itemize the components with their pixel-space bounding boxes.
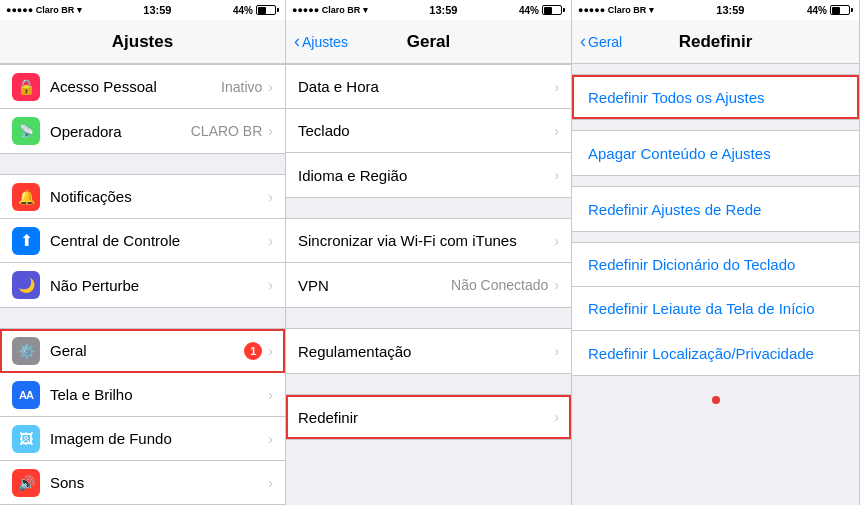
redefinir-localizacao-label: Redefinir Localização/Privacidade [588, 345, 843, 362]
battery-icon-1 [256, 5, 279, 15]
vpn-value: Não Conectado [451, 277, 548, 293]
acesso-label: Acesso Pessoal [50, 78, 221, 95]
nav-title-3: Redefinir [679, 32, 753, 52]
battery-pct-1: 44% [233, 5, 253, 16]
back-label-3: Geral [588, 34, 622, 50]
wifi-itunes-label: Sincronizar via Wi-Fi com iTunes [298, 232, 554, 249]
status-bar-3: ●●●●● Claro BR ▾ 13:59 44% [572, 0, 859, 20]
redefinir-rede-item[interactable]: Redefinir Ajustes de Rede [572, 187, 859, 231]
time-1: 13:59 [143, 4, 171, 16]
status-left-1: ●●●●● Claro BR ▾ [6, 5, 82, 15]
redefinir-todos-item[interactable]: Redefinir Todos os Ajustes [572, 75, 859, 119]
list-item-data-hora[interactable]: Data e Hora › [286, 65, 571, 109]
regulamentacao-label: Regulamentação [298, 343, 554, 360]
notif-chevron: › [268, 189, 273, 205]
list-item-sons[interactable]: 🔊 Sons › [0, 461, 285, 505]
wifi-itunes-chevron: › [554, 233, 559, 249]
operadora-value: CLARO BR [191, 123, 263, 139]
nav-bar-2: ‹ Ajustes Geral [286, 20, 571, 64]
nav-title-1: Ajustes [112, 32, 173, 52]
panel-redefinir: ●●●●● Claro BR ▾ 13:59 44% ‹ Geral Redef… [572, 0, 860, 505]
geral-chevron: › [268, 343, 273, 359]
sons-icon: 🔊 [12, 469, 40, 497]
list-group-3a: Redefinir Todos os Ajustes [572, 74, 859, 120]
geral-icon: ⚙️ [12, 337, 40, 365]
redefinir-localizacao-item[interactable]: Redefinir Localização/Privacidade [572, 331, 859, 375]
data-hora-chevron: › [554, 79, 559, 95]
list-group-2d: Redefinir › [286, 394, 571, 440]
nav-title-2: Geral [407, 32, 450, 52]
list-item-vpn[interactable]: VPN Não Conectado › [286, 263, 571, 307]
geral-badge: 1 [244, 342, 262, 360]
redefinir-dict-label: Redefinir Dicionário do Teclado [588, 256, 843, 273]
list-item-wifi-itunes[interactable]: Sincronizar via Wi-Fi com iTunes › [286, 219, 571, 263]
list-item-idioma[interactable]: Idioma e Região › [286, 153, 571, 197]
spacer-1a [0, 154, 285, 174]
tela-icon: AA [12, 381, 40, 409]
red-dot-container [572, 376, 859, 424]
redefinir-todos-label: Redefinir Todos os Ajustes [588, 89, 843, 106]
tela-chevron: › [268, 387, 273, 403]
back-to-ajustes[interactable]: ‹ Ajustes [294, 31, 348, 52]
central-icon: ⬆ [12, 227, 40, 255]
list-group-2b: Sincronizar via Wi-Fi com iTunes › VPN N… [286, 218, 571, 308]
panel2-content: Data e Hora › Teclado › Idioma e Região … [286, 64, 571, 505]
notif-label: Notificações [50, 188, 268, 205]
nao-perturbe-chevron: › [268, 277, 273, 293]
list-group-2a: Data e Hora › Teclado › Idioma e Região … [286, 64, 571, 198]
operadora-label: Operadora [50, 123, 191, 140]
acesso-chevron: › [268, 79, 273, 95]
panel-ajustes: ●●●●● Claro BR ▾ 13:59 44% Ajustes 🔒 Ace… [0, 0, 286, 505]
list-item-acesso[interactable]: 🔒 Acesso Pessoal Inativo › [0, 65, 285, 109]
redefinir-leiaute-label: Redefinir Leiaute da Tela de Início [588, 300, 843, 317]
battery-pct-2: 44% [519, 5, 539, 16]
geral-label: Geral [50, 342, 244, 359]
status-bar-2: ●●●●● Claro BR ▾ 13:59 44% [286, 0, 571, 20]
acesso-value: Inativo [221, 79, 262, 95]
imagem-icon: 🖼 [12, 425, 40, 453]
nao-perturbe-icon: 🌙 [12, 271, 40, 299]
list-item-nao-perturbe[interactable]: 🌙 Não Perturbe › [0, 263, 285, 307]
status-right-1: 44% [233, 5, 279, 16]
back-to-geral[interactable]: ‹ Geral [580, 31, 622, 52]
teclado-chevron: › [554, 123, 559, 139]
list-item-redefinir[interactable]: Redefinir › [286, 395, 571, 439]
list-group-3c: Redefinir Ajustes de Rede [572, 186, 859, 232]
redefinir-chevron: › [554, 409, 559, 425]
imagem-chevron: › [268, 431, 273, 447]
time-2: 13:59 [429, 4, 457, 16]
operadora-icon: 📡 [12, 117, 40, 145]
sons-chevron: › [268, 475, 273, 491]
list-item-imagem[interactable]: 🖼 Imagem de Fundo › [0, 417, 285, 461]
list-item-teclado[interactable]: Teclado › [286, 109, 571, 153]
central-chevron: › [268, 233, 273, 249]
idioma-chevron: › [554, 167, 559, 183]
redefinir-leiaute-item[interactable]: Redefinir Leiaute da Tela de Início [572, 287, 859, 331]
apagar-item[interactable]: Apagar Conteúdo e Ajustes [572, 131, 859, 175]
status-left-2: ●●●●● Claro BR ▾ [292, 5, 368, 15]
nao-perturbe-label: Não Perturbe [50, 277, 268, 294]
list-item-notif[interactable]: 🔔 Notificações › [0, 175, 285, 219]
status-bar-1: ●●●●● Claro BR ▾ 13:59 44% [0, 0, 285, 20]
imagem-label: Imagem de Fundo [50, 430, 268, 447]
list-item-regulamentacao[interactable]: Regulamentação › [286, 329, 571, 373]
operadora-chevron: › [268, 123, 273, 139]
list-item-operadora[interactable]: 📡 Operadora CLARO BR › [0, 109, 285, 153]
redefinir-rede-label: Redefinir Ajustes de Rede [588, 201, 843, 218]
spacer-2a [286, 198, 571, 218]
acesso-icon: 🔒 [12, 73, 40, 101]
redefinir-dict-item[interactable]: Redefinir Dicionário do Teclado [572, 243, 859, 287]
list-item-tela[interactable]: AA Tela e Brilho › [0, 373, 285, 417]
spacer-3a [572, 64, 859, 74]
list-item-geral[interactable]: ⚙️ Geral 1 › [0, 329, 285, 373]
sons-label: Sons [50, 474, 268, 491]
status-right-2: 44% [519, 5, 565, 16]
vpn-chevron: › [554, 277, 559, 293]
list-group-1c: ⚙️ Geral 1 › AA Tela e Brilho › 🖼 Imagem… [0, 328, 285, 505]
red-dot-indicator [712, 396, 720, 404]
list-group-3b: Apagar Conteúdo e Ajustes [572, 130, 859, 176]
list-group-1a: 🔒 Acesso Pessoal Inativo › 📡 Operadora C… [0, 64, 285, 154]
spacer-3c [572, 176, 859, 186]
list-item-central[interactable]: ⬆ Central de Controle › [0, 219, 285, 263]
list-group-3d: Redefinir Dicionário do Teclado Redefini… [572, 242, 859, 376]
